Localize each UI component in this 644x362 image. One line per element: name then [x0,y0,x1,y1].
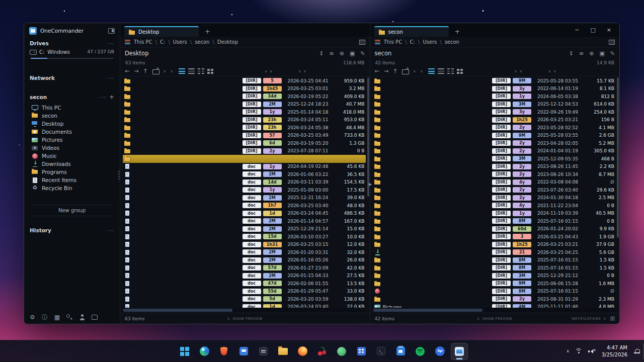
file-row[interactable]: [DIR]9M2025-05-28 03:552.6 GB [373,132,616,140]
vertical-scrollbar[interactable] [616,77,619,307]
file-row[interactable]: [DIR]8M2025-07-16 01:15∅ [373,288,616,296]
scrollbar-thumb[interactable] [367,77,369,197]
file-row[interactable]: [DIR]572026-03-25 03:49733.0 KB [123,132,366,140]
new-tab-button[interactable]: + [205,28,210,37]
forward-button[interactable]: → [384,68,388,74]
details-view-button[interactable] [188,68,195,74]
file-row[interactable]: [DIR]3M2025-12-09 05:35468 B [373,155,616,163]
sidebar-item-downloads[interactable]: Downloads [24,160,120,168]
details-view-button[interactable] [438,68,444,74]
sidebar-item-recycle-bin[interactable]: Recycle Bin [24,184,120,192]
cherry-app-icon[interactable] [313,343,331,360]
up-button[interactable]: ↑ [393,68,397,74]
file-row[interactable]: [DIR]23h2026-03-24 05:3848.4 MB [123,124,366,132]
new-folder-icon[interactable]: + [402,68,409,74]
list-view-button[interactable] [428,68,435,74]
sidebar-item-secon[interactable]: secon [24,112,120,120]
hidden-icons-chevron[interactable]: ∧ [567,349,570,353]
start-button[interactable] [176,343,193,360]
columns-layout-icon[interactable] [359,40,365,45]
shield-app-icon[interactable] [215,343,232,360]
file-row[interactable]: [DIR]8M2025-07-16 01:150 B [373,217,616,225]
collapse-all-icon[interactable]: ∧ [164,69,166,73]
secon-more-button[interactable]: ··· [100,95,106,100]
file-row[interactable]: doc5d2026-03-20 03:59138.0 KB [123,295,366,303]
tab-secon[interactable]: secon [374,26,449,37]
sidebar-item-this-pc[interactable]: This PC [24,104,120,112]
file-row[interactable]: [DIR]32026-03-25 04:431.9 GB [373,233,616,241]
file-row[interactable]: doc1h72026-03-25 03:4048.0 KB [123,202,366,210]
add-icon[interactable]: ⊕ [340,51,344,56]
collapse-all-icon[interactable]: ∧ [413,69,416,73]
info-icon[interactable]: ⓘ [42,314,48,320]
scrollbar-thumb[interactable] [617,77,619,238]
sidebar-item-pictures[interactable]: Pictures [24,136,120,144]
file-row[interactable]: [DIR]2y2023-07-26 03:4029.6 KB [373,186,616,194]
add-icon[interactable]: ⊕ [589,51,594,56]
horizontal-scrollbar[interactable] [123,308,366,312]
file-row[interactable]: [DIR]4y2021-11-22 23:040 B [373,202,616,210]
back-button[interactable]: ← [125,68,129,74]
close-button[interactable]: × [607,27,611,33]
file-row[interactable]: doc47d2026-02-06 01:5513.5 KB [123,280,366,288]
maximize-button[interactable]: □ [590,27,595,33]
calculator-app-icon[interactable] [353,343,370,360]
tab-desktop[interactable]: Desktop [124,26,199,37]
breadcrumb-item[interactable]: This PC [134,39,152,45]
network-more-button[interactable]: ··· [108,75,114,81]
file-row[interactable]: [DIR]1h252026-03-25 03:2137.9 GB [373,241,616,249]
file-row[interactable]: [DIR]4y2022-03-08 04:08∅ [373,178,616,187]
window-layout-icon[interactable] [108,28,115,34]
panel-icon[interactable]: ▣ [350,51,355,56]
expand-all-icon[interactable]: ∨ [171,69,173,73]
pane-menu-icon[interactable] [375,40,380,44]
file-row[interactable]: [DIR]9M2025-05-28 03:5515.7 KB [373,77,616,85]
minimize-button[interactable]: − [575,27,579,33]
sidebar-item-music[interactable]: Music [24,152,120,160]
onecommander-app-icon[interactable] [451,343,468,360]
sort-direction-icon[interactable]: ↕ [569,51,574,56]
column-sort-asc-icon[interactable]: ∧ [548,69,551,73]
wifi-icon[interactable] [575,348,583,354]
file-row[interactable]: doc14d2026-03-11 03:39154.5 KB [123,178,366,187]
file-row[interactable]: doc57d2026-01-27 23:0942.0 KB [123,264,366,272]
sidebar-item-recent-items[interactable]: Recent Items [24,176,120,184]
file-row[interactable]: doc2M2026-01-15 04:3327.5 KB [123,272,366,280]
horizontal-scrollbar[interactable] [373,308,616,312]
new-tab-button[interactable]: + [455,28,460,37]
file-row[interactable]: Pictures[DIR]4M2025-11-11 01:464.8 MB [373,303,616,308]
chat-app-icon[interactable] [235,343,252,360]
file-row[interactable]: [DIR]3M2025-12-29 21:120 B [373,272,616,280]
file-row[interactable]: doc2M2025-12-31 16:2439.0 KB [123,194,366,202]
pane-expand-icon[interactable]: ▶ [369,182,372,187]
sidebar-item-programs[interactable]: Programs [24,168,120,176]
file-row[interactable]: [DIR]1y2024-11-19 03:3940.5 MB [373,210,616,218]
new-group-button[interactable]: New group [31,205,113,216]
show-preview-toggle[interactable]: ∧ SHOW PREVIEW [227,317,263,321]
sidebar-item-desktop[interactable]: Desktop [24,120,120,128]
notifications-toggle[interactable]: NOTIFICATIONS ∨ [572,317,606,321]
file-row[interactable]: [DIR]52026-03-25 04:41959.0 KB [123,77,366,85]
file-row[interactable]: [DIR]1h252026-03-25 03:21156 B [373,116,616,124]
file-row[interactable]: doc1d2026-03-24 04:45486.5 KB [123,210,366,218]
column-sort-asc-icon[interactable]: ∧ [515,69,517,73]
user-icon[interactable] [79,314,85,320]
sphere-browser-icon[interactable] [196,343,213,360]
sidebar-item-documents[interactable]: Documents [24,128,120,136]
group-by-icon[interactable]: ≡ [329,51,334,56]
grid-view-button[interactable] [457,68,463,74]
file-row[interactable]: doc2M2026-01-06 03:2236.5 KB [123,170,366,178]
file-explorer-icon[interactable] [274,343,291,360]
column-sort-asc-icon[interactable]: ∧ [265,69,267,73]
breadcrumb-item[interactable]: Users [423,39,437,45]
edit-icon[interactable]: ✎ [360,51,365,56]
drive-c-item[interactable]: C: Windows 47 / 237 GB [24,48,120,56]
breadcrumb-item[interactable]: Users [173,39,187,45]
panel-icon[interactable]: ▣ [599,51,604,56]
file-row[interactable]: [DIR]2y2023-08-26 10:348.7 MB [373,170,616,178]
column-sort-desc-icon[interactable]: ∨ [520,69,522,73]
leaf-app-icon[interactable] [412,343,429,360]
file-row[interactable]: [DIR]1y2025-01-14 04:18418.0 MB [123,108,366,116]
breadcrumb-item[interactable]: C: [410,39,415,45]
file-row[interactable]: [DIR]34d2026-02-19 05:22409.0 KB [123,93,366,101]
